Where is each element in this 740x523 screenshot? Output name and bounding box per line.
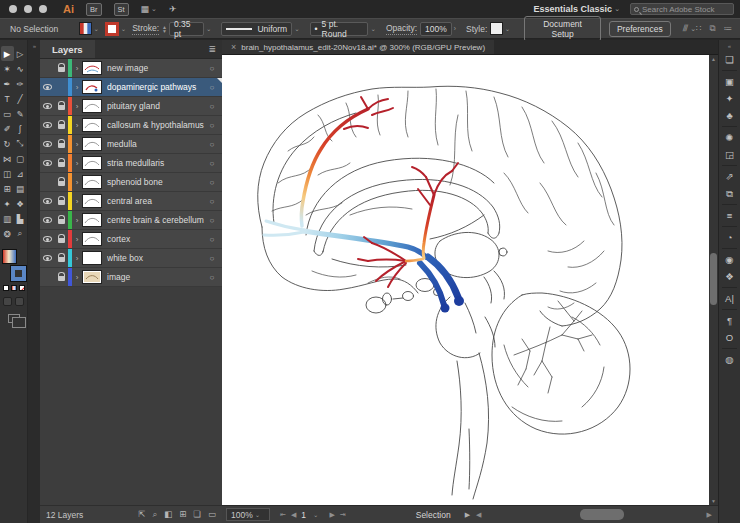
visibility-toggle[interactable] <box>40 103 55 109</box>
curvature-tool[interactable]: ✑ <box>14 76 27 91</box>
magic-wand-tool[interactable]: ✶ <box>1 61 14 76</box>
lock-toggle[interactable] <box>55 178 68 186</box>
visibility-toggle[interactable] <box>40 236 55 242</box>
stroke-color-swatch[interactable] <box>105 22 119 36</box>
layer-name[interactable]: cortex <box>107 234 205 244</box>
opacity-label[interactable]: Opacity: <box>386 23 417 35</box>
line-segment-tool[interactable]: ╱ <box>14 91 27 106</box>
expand-layer-icon[interactable]: › <box>72 121 82 130</box>
visibility-toggle[interactable] <box>40 160 55 166</box>
color-mode-button[interactable] <box>3 285 9 291</box>
style-swatch[interactable] <box>490 22 503 35</box>
arrange-documents-icon[interactable]: ▦ <box>141 4 150 14</box>
bridge-button[interactable]: Br <box>86 3 102 16</box>
stroke-label[interactable]: Stroke: <box>132 23 159 35</box>
close-window-button[interactable] <box>9 5 17 13</box>
export-icon[interactable]: ⇗ <box>719 168 740 185</box>
expand-dock-icon[interactable]: « <box>719 40 740 51</box>
gradient-tool[interactable]: ▤ <box>14 181 27 196</box>
lock-toggle[interactable] <box>55 216 68 224</box>
layer-row[interactable]: ›callosum & hypothalamus○ <box>40 116 222 135</box>
scale-tool[interactable]: ⤡ <box>14 136 27 151</box>
brush-caret[interactable]: ⌄ <box>370 25 375 33</box>
scroll-up-icon[interactable]: ▲ <box>709 56 718 62</box>
type-tool[interactable]: T <box>1 91 14 106</box>
lasso-tool[interactable]: ∿ <box>14 61 27 76</box>
stroke-weight-field[interactable]: 0.35 pt <box>169 22 204 36</box>
artboard-number[interactable]: 1 <box>301 510 306 520</box>
shaper-tool[interactable]: ʃ <box>14 121 27 136</box>
artboard-canvas[interactable] <box>222 55 709 505</box>
expand-layer-icon[interactable]: › <box>72 254 82 263</box>
visibility-toggle[interactable] <box>40 198 55 204</box>
target-circle-icon[interactable]: ○ <box>205 102 219 111</box>
lock-toggle[interactable] <box>55 273 68 281</box>
expand-layer-icon[interactable]: › <box>72 140 82 149</box>
hand-tool[interactable]: ❂ <box>1 226 14 241</box>
none-mode-button[interactable] <box>19 285 25 291</box>
artboards-icon[interactable]: ❏ <box>719 51 740 68</box>
paintbrush-tool[interactable]: ✎ <box>14 106 27 121</box>
color-icon[interactable]: ◔ <box>719 229 740 246</box>
layer-row[interactable]: ›centre brain & cerebellum○ <box>40 211 222 230</box>
perspective-grid-tool[interactable]: ⊿ <box>14 166 27 181</box>
scroll-left-icon[interactable]: ◀ <box>476 511 481 519</box>
rotate-tool[interactable]: ↻ <box>1 136 14 151</box>
shape-builder-tool[interactable]: ◫ <box>1 166 14 181</box>
layer-name[interactable]: medulla <box>107 139 205 149</box>
layer-name[interactable]: centre brain & cerebellum <box>107 215 205 225</box>
width-profile-caret[interactable]: ⌄ <box>294 25 299 33</box>
scroll-right-icon[interactable]: ▶ <box>707 511 712 519</box>
horizontal-scrollbar[interactable]: ◀ ▶ <box>474 506 714 523</box>
links-icon[interactable]: ▣ <box>719 73 740 90</box>
opacity-field[interactable]: 100% <box>420 22 452 36</box>
blend-tool[interactable]: ❖ <box>14 196 27 211</box>
layer-row[interactable]: ›new image○ <box>40 59 222 78</box>
panel-menu-icon[interactable]: ≣ <box>208 44 216 54</box>
screen-mode-button[interactable] <box>8 314 20 323</box>
layer-name[interactable]: stria medullaris <box>107 158 205 168</box>
graph-tool[interactable]: ▙ <box>14 211 27 226</box>
prev-artboard-icon[interactable]: ◀ <box>291 511 296 519</box>
lock-toggle[interactable] <box>55 254 68 262</box>
lock-toggle[interactable] <box>55 121 68 129</box>
transparency-icon[interactable]: ◍ <box>719 351 740 368</box>
artboard-caret[interactable]: ⌄ <box>313 511 318 519</box>
layer-name[interactable]: dopaminergic pathways <box>107 82 205 92</box>
visibility-toggle[interactable] <box>40 217 55 223</box>
zoom-tool[interactable]: ⌕ <box>14 226 27 241</box>
scroll-down-icon[interactable]: ▼ <box>709 498 718 504</box>
visibility-toggle[interactable] <box>40 255 55 261</box>
pen-tool[interactable]: ✒ <box>1 76 14 91</box>
layer-row[interactable]: ›sphenoid bone○ <box>40 173 222 192</box>
layer-name[interactable]: pituitary gland <box>107 101 205 111</box>
stroke-weight-stepper[interactable]: ▲▼ <box>162 25 167 33</box>
symbols-icon[interactable]: ♣ <box>719 107 740 124</box>
close-document-icon[interactable]: × <box>231 42 236 52</box>
target-circle-icon[interactable]: ○ <box>205 216 219 225</box>
preferences-button[interactable]: Preferences <box>609 21 671 37</box>
clipping-mask-icon[interactable]: ◧ <box>164 509 172 520</box>
target-circle-icon[interactable]: ○ <box>205 235 219 244</box>
properties-icon[interactable]: ≡ <box>719 207 740 224</box>
expand-layer-icon[interactable]: › <box>72 159 82 168</box>
rectangle-tool[interactable]: ▭ <box>1 106 14 121</box>
layer-row[interactable]: ›medulla○ <box>40 135 222 154</box>
vertical-scroll-thumb[interactable] <box>710 253 717 305</box>
brushes-icon[interactable]: ✺ <box>719 129 740 146</box>
stroke-caret[interactable]: ⌄ <box>121 25 126 33</box>
search-input[interactable]: Search Adobe Stock <box>630 3 734 15</box>
width-tool[interactable]: ⋈ <box>1 151 14 166</box>
target-circle-icon[interactable]: ○ <box>205 159 219 168</box>
draw-behind-button[interactable] <box>15 297 24 306</box>
workspace-switcher[interactable]: Essentials Classic <box>534 4 613 14</box>
horizontal-scroll-thumb[interactable] <box>580 509 624 520</box>
layer-row[interactable]: ›stria medullaris○ <box>40 154 222 173</box>
layer-name[interactable]: sphenoid bone <box>107 177 205 187</box>
paragraph-icon[interactable]: ¶ <box>719 312 740 329</box>
minimize-window-button[interactable] <box>24 5 32 13</box>
graphic-styles-icon[interactable]: ❖ <box>719 268 740 285</box>
libraries-icon[interactable]: ✦ <box>719 90 740 107</box>
target-circle-icon[interactable]: ○ <box>205 64 219 73</box>
expand-layer-icon[interactable]: › <box>72 235 82 244</box>
